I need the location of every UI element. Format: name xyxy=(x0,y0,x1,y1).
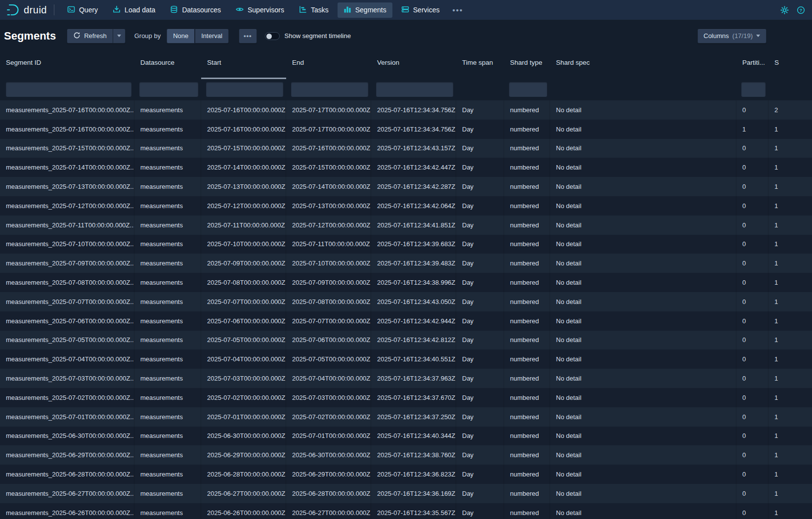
cell-datasource: measurements xyxy=(134,120,201,139)
table-row[interactable]: measurements_2025-07-10T00:00:00.000Z...… xyxy=(0,235,812,254)
table-row[interactable]: measurements_2025-07-07T00:00:00.000Z...… xyxy=(0,292,812,311)
settings-gear-icon[interactable] xyxy=(780,6,789,14)
cell-shard-spec: No detail xyxy=(550,465,736,484)
table-row[interactable]: measurements_2025-07-08T00:00:00.000Z...… xyxy=(0,273,812,292)
cell-size: 1 xyxy=(769,427,812,446)
cell-shard-spec: No detail xyxy=(550,273,736,292)
table-row[interactable]: measurements_2025-06-27T00:00:00.000Z...… xyxy=(0,484,812,503)
table-row[interactable]: measurements_2025-07-15T00:00:00.000Z...… xyxy=(0,139,812,158)
cell-segment-id[interactable]: measurements_2025-07-02T00:00:00.000Z... xyxy=(0,388,134,407)
group-by-none-button[interactable]: None xyxy=(167,29,195,43)
table-row[interactable]: measurements_2025-07-16T00:00:00.000Z...… xyxy=(0,120,812,139)
cell-segment-id[interactable]: measurements_2025-07-06T00:00:00.000Z... xyxy=(0,311,134,331)
column-header-shard-type[interactable]: Shard type xyxy=(504,52,550,79)
filter-end-input[interactable] xyxy=(291,82,368,97)
column-header-time-span[interactable]: Time span xyxy=(456,52,504,79)
cell-size: 1 xyxy=(769,292,812,311)
cell-segment-id[interactable]: measurements_2025-06-29T00:00:00.000Z... xyxy=(0,445,134,465)
cell-segment-id[interactable]: measurements_2025-07-04T00:00:00.000Z... xyxy=(0,349,134,369)
nav-item-segments[interactable]: Segments xyxy=(338,2,392,18)
cell-segment-id[interactable]: measurements_2025-07-15T00:00:00.000Z... xyxy=(0,139,134,158)
nav-item-datasources[interactable]: Datasources xyxy=(164,2,227,18)
table-row[interactable]: measurements_2025-07-05T00:00:00.000Z...… xyxy=(0,331,812,350)
nav-item-services[interactable]: Services xyxy=(395,2,446,18)
filter-partition-input[interactable] xyxy=(741,82,766,97)
group-by-interval-button[interactable]: Interval xyxy=(195,29,229,43)
cell-version: 2025-07-16T12:34:42.064Z xyxy=(371,196,456,216)
cell-segment-id[interactable]: measurements_2025-06-27T00:00:00.000Z... xyxy=(0,484,134,503)
cell-segment-id[interactable]: measurements_2025-07-07T00:00:00.000Z... xyxy=(0,292,134,311)
cell-segment-id[interactable]: measurements_2025-07-16T00:00:00.000Z... xyxy=(0,120,134,139)
column-header-size[interactable]: S xyxy=(769,52,812,79)
table-row[interactable]: measurements_2025-07-13T00:00:00.000Z...… xyxy=(0,177,812,196)
column-header-segment-id[interactable]: Segment ID xyxy=(0,52,134,79)
nav-item-supervisors[interactable]: Supervisors xyxy=(230,2,290,18)
cell-segment-id[interactable]: measurements_2025-07-13T00:00:00.000Z... xyxy=(0,177,134,196)
nav-item-query[interactable]: Query xyxy=(61,2,104,18)
table-row[interactable]: measurements_2025-07-06T00:00:00.000Z...… xyxy=(0,311,812,331)
table-row[interactable]: measurements_2025-06-28T00:00:00.000Z...… xyxy=(0,465,812,484)
refresh-dropdown-button[interactable] xyxy=(113,29,126,43)
cell-shard-spec: No detail xyxy=(550,388,736,407)
cell-datasource: measurements xyxy=(134,254,201,273)
nav-item-load-data[interactable]: Load data xyxy=(107,2,161,18)
cell-segment-id[interactable]: measurements_2025-07-09T00:00:00.000Z... xyxy=(0,254,134,273)
table-row[interactable]: measurements_2025-07-09T00:00:00.000Z...… xyxy=(0,254,812,273)
column-header-shard-spec[interactable]: Shard spec xyxy=(550,52,736,79)
columns-button[interactable]: Columns (17/19) xyxy=(697,29,767,43)
cell-start: 2025-07-03T00:00:00.000Z xyxy=(201,369,286,388)
cell-segment-id[interactable]: measurements_2025-07-10T00:00:00.000Z... xyxy=(0,235,134,254)
filter-shard-type-input[interactable] xyxy=(509,82,547,97)
cell-segment-id[interactable]: measurements_2025-06-30T00:00:00.000Z... xyxy=(0,427,134,446)
filter-start-input[interactable] xyxy=(206,82,283,97)
table-row[interactable]: measurements_2025-07-11T00:00:00.000Z...… xyxy=(0,216,812,235)
cell-shard-spec: No detail xyxy=(550,196,736,216)
cell-segment-id[interactable]: measurements_2025-07-08T00:00:00.000Z... xyxy=(0,273,134,292)
nav-item-tasks[interactable]: Tasks xyxy=(293,2,335,18)
cell-segment-id[interactable]: measurements_2025-07-12T00:00:00.000Z... xyxy=(0,196,134,216)
table-row[interactable]: measurements_2025-07-01T00:00:00.000Z...… xyxy=(0,407,812,427)
cell-segment-id[interactable]: measurements_2025-07-16T00:00:00.000Z... xyxy=(0,100,134,120)
filter-version-input[interactable] xyxy=(376,82,453,97)
cell-start: 2025-07-10T00:00:00.000Z xyxy=(201,235,286,254)
table-row[interactable]: measurements_2025-07-14T00:00:00.000Z...… xyxy=(0,158,812,177)
cell-shard-spec: No detail xyxy=(550,445,736,465)
cell-segment-id[interactable]: measurements_2025-07-01T00:00:00.000Z... xyxy=(0,407,134,427)
table-row[interactable]: measurements_2025-07-04T00:00:00.000Z...… xyxy=(0,349,812,369)
cell-datasource: measurements xyxy=(134,235,201,254)
table-row[interactable]: measurements_2025-07-02T00:00:00.000Z...… xyxy=(0,388,812,407)
table-row[interactable]: measurements_2025-07-03T00:00:00.000Z...… xyxy=(0,369,812,388)
table-row[interactable]: measurements_2025-06-26T00:00:00.000Z...… xyxy=(0,503,812,519)
column-header-datasource[interactable]: Datasource xyxy=(134,52,201,79)
column-header-start[interactable]: Start xyxy=(201,52,286,79)
cell-segment-id[interactable]: measurements_2025-07-11T00:00:00.000Z... xyxy=(0,216,134,235)
cell-partition: 0 xyxy=(736,100,769,120)
table-row[interactable]: measurements_2025-07-12T00:00:00.000Z...… xyxy=(0,196,812,216)
help-icon[interactable]: ? xyxy=(797,6,805,14)
table-row[interactable]: measurements_2025-06-30T00:00:00.000Z...… xyxy=(0,427,812,446)
cell-shard-type: numbered xyxy=(504,311,550,331)
column-header-version[interactable]: Version xyxy=(371,52,456,79)
cell-segment-id[interactable]: measurements_2025-07-14T00:00:00.000Z... xyxy=(0,158,134,177)
cell-segment-id[interactable]: measurements_2025-06-26T00:00:00.000Z... xyxy=(0,503,134,519)
cell-size: 1 xyxy=(769,311,812,331)
cell-start: 2025-07-09T00:00:00.000Z xyxy=(201,254,286,273)
cell-segment-id[interactable]: measurements_2025-07-05T00:00:00.000Z... xyxy=(0,331,134,350)
more-options-button[interactable]: ••• xyxy=(239,29,257,43)
filter-datasource-input[interactable] xyxy=(139,82,198,97)
druid-brand[interactable]: druid xyxy=(6,3,47,17)
segment-timeline-toggle[interactable] xyxy=(265,32,280,40)
column-header-end[interactable]: End xyxy=(286,52,371,79)
nav-more-button[interactable]: ••• xyxy=(448,3,467,17)
refresh-button[interactable]: Refresh xyxy=(67,29,113,43)
filter-segment-id-input[interactable] xyxy=(6,82,131,97)
cell-datasource: measurements xyxy=(134,139,201,158)
table-row[interactable]: measurements_2025-07-16T00:00:00.000Z...… xyxy=(0,100,812,120)
column-header-partition[interactable]: Partiti... xyxy=(736,52,769,79)
table-row[interactable]: measurements_2025-06-29T00:00:00.000Z...… xyxy=(0,445,812,465)
cell-start: 2025-07-15T00:00:00.000Z xyxy=(201,139,286,158)
cell-partition: 0 xyxy=(736,292,769,311)
cell-segment-id[interactable]: measurements_2025-06-28T00:00:00.000Z... xyxy=(0,465,134,484)
cell-segment-id[interactable]: measurements_2025-07-03T00:00:00.000Z... xyxy=(0,369,134,388)
cell-partition: 0 xyxy=(736,445,769,465)
